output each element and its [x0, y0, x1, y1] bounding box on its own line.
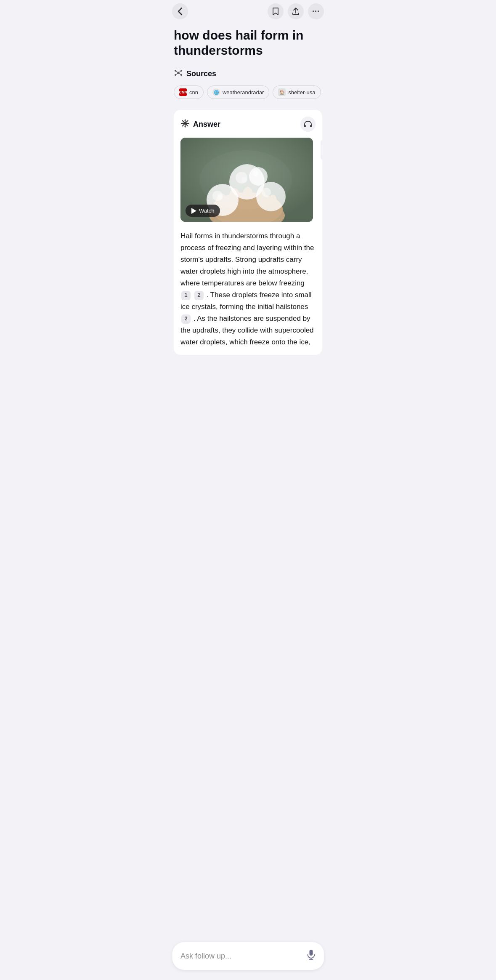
- citation-1[interactable]: 1: [181, 291, 191, 300]
- snowflake-icon: [180, 119, 190, 130]
- source-shelter[interactable]: 🏠 shelter-usa: [273, 85, 321, 99]
- sources-icon: [174, 68, 183, 80]
- answer-header: Answer: [174, 110, 322, 138]
- svg-line-6: [178, 71, 181, 73]
- headphone-button[interactable]: [300, 117, 316, 132]
- answer-body: Hail forms in thunderstorms through a pr…: [174, 229, 322, 355]
- svg-marker-40: [191, 208, 196, 214]
- side-icon: [321, 139, 322, 160]
- svg-line-5: [175, 71, 178, 73]
- svg-point-15: [182, 122, 183, 124]
- page-title: how does hail form in thunderstorms: [174, 28, 322, 58]
- weather-logo: 🌐: [212, 88, 220, 96]
- answer-label: Answer: [193, 120, 220, 129]
- shelter-label: shelter-usa: [288, 89, 315, 96]
- svg-line-7: [175, 73, 178, 75]
- svg-point-39: [199, 150, 292, 209]
- sources-header: Sources: [174, 68, 322, 80]
- svg-line-8: [178, 73, 181, 75]
- answer-title-group: Answer: [180, 119, 220, 130]
- citation-3[interactable]: 2: [181, 314, 191, 324]
- cnn-label: cnn: [189, 89, 198, 96]
- side-video-card[interactable]: Show: [316, 138, 322, 222]
- watch-button[interactable]: Watch: [186, 205, 220, 217]
- top-navigation: ···: [165, 0, 331, 23]
- svg-rect-18: [310, 125, 312, 127]
- share-button[interactable]: [288, 3, 304, 19]
- bookmark-button[interactable]: [268, 3, 284, 19]
- sources-list: CNN cnn 🌐 weatherandradar 🏠 shelter-usa …: [174, 85, 322, 100]
- source-weatherandradar[interactable]: 🌐 weatherandradar: [207, 85, 269, 99]
- source-cnn[interactable]: CNN cnn: [174, 85, 204, 99]
- svg-rect-17: [304, 125, 306, 127]
- cnn-logo: CNN: [179, 88, 187, 96]
- back-button[interactable]: [172, 3, 188, 19]
- svg-point-16: [188, 122, 189, 124]
- answer-text-part1: Hail forms in thunderstorms through a pr…: [180, 232, 314, 287]
- weather-label: weatherandradar: [223, 89, 264, 96]
- citation-2[interactable]: 2: [194, 291, 204, 300]
- sources-label: Sources: [186, 69, 216, 78]
- main-video-card: Watch: [180, 138, 313, 222]
- header-actions: ···: [268, 3, 324, 19]
- svg-point-13: [185, 120, 186, 121]
- watch-label: Watch: [199, 208, 214, 214]
- answer-section: Answer: [174, 110, 322, 355]
- more-button[interactable]: ···: [308, 3, 324, 19]
- svg-point-14: [185, 125, 186, 127]
- answer-text-part3: . As the hailstones are suspended by the…: [180, 314, 314, 346]
- shelter-logo: 🏠: [278, 88, 286, 96]
- media-row: Watch Show: [174, 138, 322, 229]
